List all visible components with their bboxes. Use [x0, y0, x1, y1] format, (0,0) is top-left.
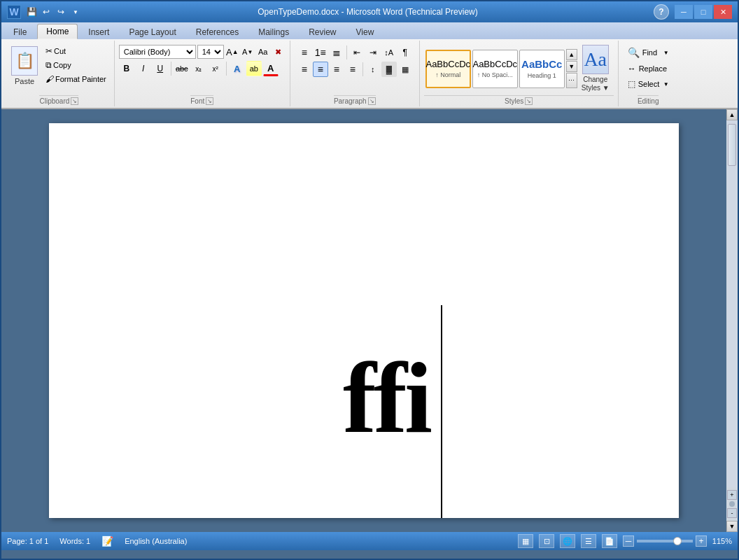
zoom-out-small-btn[interactable]: -	[727, 508, 737, 518]
full-reading-btn[interactable]: ⊡	[539, 534, 554, 548]
find-icon: 🔍	[628, 47, 640, 58]
multilevel-list-btn[interactable]: ≣	[329, 45, 344, 60]
language-text: English (Australia)	[125, 537, 187, 545]
ribbon-tabs: File Home Insert Page Layout References …	[1, 22, 738, 39]
borders-btn[interactable]: ▦	[397, 62, 413, 77]
find-button[interactable]: 🔍 Find ▼	[623, 45, 674, 60]
align-right-btn[interactable]: ≡	[329, 62, 344, 77]
change-styles-button[interactable]: Aa ChangeStyles ▼	[579, 43, 612, 94]
decrease-font-btn[interactable]: A▼	[241, 45, 255, 59]
text-highlight-btn[interactable]: ab	[246, 61, 262, 76]
paste-button[interactable]: 📋 Paste	[8, 45, 41, 87]
qa-dropdown-btn[interactable]: ▼	[69, 6, 82, 18]
gallery-more-btn[interactable]: ⋯	[566, 73, 577, 88]
status-right: ▦ ⊡ 🌐 ☰ 📄 ─ + 115%	[518, 534, 732, 548]
save-quick-btn[interactable]: 💾	[25, 6, 38, 18]
bold-button[interactable]: B	[119, 61, 134, 76]
change-case-btn[interactable]: Aa	[256, 45, 270, 59]
sort-btn[interactable]: ↕A	[381, 45, 397, 60]
format-painter-button[interactable]: 🖌 Format Painter	[42, 73, 110, 85]
minimize-button[interactable]: ─	[675, 5, 693, 19]
vertical-scrollbar[interactable]: ▲ + - ▼	[726, 109, 738, 532]
subscript-button[interactable]: x₂	[191, 61, 206, 76]
undo-quick-btn[interactable]: ↩	[40, 6, 52, 18]
cut-button[interactable]: ✂ Cut	[42, 45, 110, 57]
tab-view[interactable]: View	[347, 24, 383, 39]
strikethrough-button[interactable]: abc	[174, 61, 190, 76]
show-hide-btn[interactable]: ¶	[397, 45, 413, 60]
font-size-selector[interactable]: 144	[197, 45, 224, 59]
copy-button[interactable]: ⧉ Copy	[42, 59, 110, 71]
superscript-button[interactable]: x²	[208, 61, 223, 76]
scroll-down-btn[interactable]: ▼	[726, 521, 738, 532]
app-body: ffi ▲ + - ▼	[1, 109, 738, 532]
tab-file[interactable]: File	[4, 24, 36, 39]
zoom-out-btn[interactable]: ─	[623, 536, 634, 547]
justify-btn[interactable]: ≡	[345, 62, 360, 77]
gallery-down-btn[interactable]: ▼	[566, 61, 577, 72]
font-expand-icon[interactable]: ↘	[206, 97, 213, 105]
close-button[interactable]: ✕	[714, 5, 732, 19]
shading-btn[interactable]: ▓	[381, 62, 397, 77]
clipboard-expand-icon[interactable]: ↘	[71, 97, 78, 105]
increase-indent-btn[interactable]: ⇥	[365, 45, 381, 60]
style-normal[interactable]: AaBbCcDc ↑ Normal	[425, 50, 471, 88]
font-color-btn[interactable]: A	[263, 61, 279, 76]
style-no-spacing[interactable]: AaBbCcDc ↑ No Spaci...	[472, 50, 518, 88]
language-indicator[interactable]: English (Australia)	[125, 537, 187, 545]
style-heading1-preview: AaBbCc	[521, 58, 562, 71]
maximize-button[interactable]: □	[694, 5, 712, 19]
select-button[interactable]: ⬚ Select ▼	[623, 77, 674, 91]
tab-references[interactable]: References	[187, 24, 248, 39]
print-layout-btn[interactable]: ▦	[518, 534, 533, 548]
scroll-up-btn[interactable]: ▲	[726, 109, 738, 120]
clear-formatting-btn[interactable]: ✖	[272, 45, 286, 59]
underline-button[interactable]: U	[153, 61, 168, 76]
tab-insert[interactable]: Insert	[79, 24, 118, 39]
document-page[interactable]: ffi	[49, 123, 679, 518]
copy-icon: ⧉	[45, 60, 52, 70]
style-heading1[interactable]: AaBbCc Heading 1	[519, 50, 565, 88]
spell-check[interactable]: 📝	[101, 536, 113, 547]
style-normal-preview: AaBbCcDc	[425, 59, 470, 70]
document-container[interactable]: ffi	[1, 109, 726, 532]
document-content[interactable]: ffi	[343, 340, 430, 456]
paragraph-expand-icon[interactable]: ↘	[368, 97, 376, 105]
tab-review[interactable]: Review	[300, 24, 345, 39]
paragraph-group: ≡ 1≡ ≣ ⇤ ⇥ ↕A ¶ ≡ ≡ ≡ ≡ ↕ ▓ ▦	[290, 41, 420, 106]
zoom-slider-thumb[interactable]	[673, 537, 682, 545]
tab-home[interactable]: Home	[37, 24, 78, 39]
align-left-btn[interactable]: ≡	[297, 62, 312, 77]
scroll-thumb[interactable]	[728, 124, 736, 166]
redo-quick-btn[interactable]: ↪	[55, 6, 67, 18]
tab-page-layout[interactable]: Page Layout	[120, 24, 185, 39]
help-button[interactable]: ?	[654, 4, 669, 20]
word-icon: W	[7, 5, 21, 19]
outline-btn[interactable]: ☰	[581, 534, 596, 548]
style-no-spacing-label: ↑ No Spaci...	[477, 71, 513, 78]
replace-label: Replace	[639, 64, 667, 73]
draft-btn[interactable]: 📄	[602, 534, 617, 548]
font-selector[interactable]: Calibri (Body)	[119, 45, 196, 59]
clipboard-side: ✂ Cut ⧉ Copy 🖌 Format Painter	[42, 45, 110, 85]
line-spacing-btn[interactable]: ↕	[365, 62, 381, 77]
cut-icon: ✂	[45, 46, 52, 56]
gallery-up-btn[interactable]: ▲	[566, 49, 577, 60]
text-effects-btn[interactable]: A	[230, 61, 245, 76]
decrease-indent-btn[interactable]: ⇤	[349, 45, 365, 60]
format-painter-icon: 🖌	[45, 74, 54, 84]
tab-mailings[interactable]: Mailings	[249, 24, 298, 39]
increase-font-btn[interactable]: A▲	[225, 45, 239, 59]
web-layout-btn[interactable]: 🌐	[560, 534, 575, 548]
align-center-btn[interactable]: ≡	[313, 62, 328, 77]
zoom-in-btn[interactable]: +	[696, 536, 707, 547]
scroll-track[interactable]	[727, 120, 737, 487]
text-cursor	[441, 305, 442, 518]
zoom-slider[interactable]	[637, 540, 693, 542]
numbered-list-btn[interactable]: 1≡	[313, 45, 328, 60]
bullets-btn[interactable]: ≡	[297, 45, 312, 60]
replace-button[interactable]: ↔ Replace	[623, 62, 674, 76]
zoom-in-small-btn[interactable]: +	[727, 490, 737, 500]
italic-button[interactable]: I	[136, 61, 151, 76]
styles-expand-icon[interactable]: ↘	[525, 97, 533, 105]
